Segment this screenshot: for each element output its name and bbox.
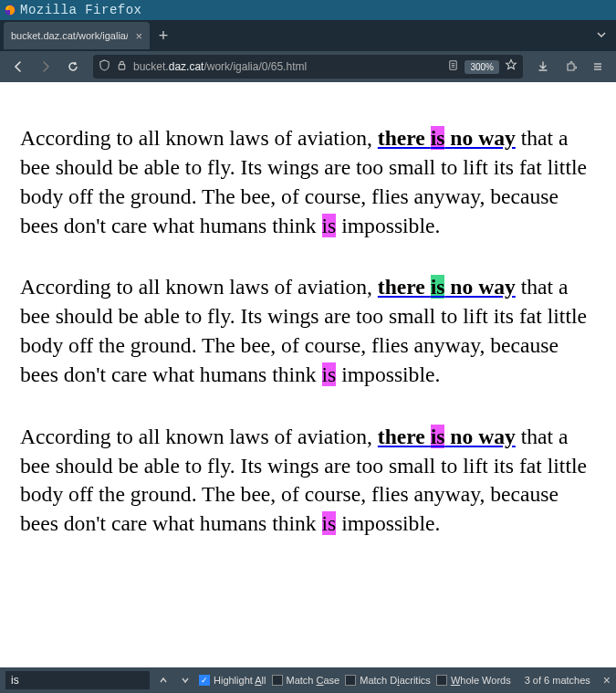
back-button[interactable] <box>5 54 31 79</box>
find-highlight: is <box>431 126 445 150</box>
paragraph: According to all known laws of aviation,… <box>20 273 598 389</box>
find-prev-button[interactable] <box>155 672 172 688</box>
find-highlight: is <box>322 511 337 535</box>
downloads-button[interactable] <box>530 54 556 79</box>
extensions-button[interactable] <box>558 54 583 79</box>
find-highlight: is <box>322 362 337 386</box>
window-titlebar: Mozilla Firefox <box>0 0 616 20</box>
tracking-shield-icon[interactable] <box>99 58 110 75</box>
bookmark-star-icon[interactable] <box>505 58 517 75</box>
close-tab-icon[interactable]: × <box>135 29 142 43</box>
match-diacritics-checkbox[interactable]: Match Diacritics <box>345 675 431 686</box>
find-next-button[interactable] <box>177 672 193 688</box>
page-content: According to all known laws of aviation,… <box>0 82 616 667</box>
lock-icon[interactable] <box>116 58 128 75</box>
navigation-toolbar: bucket.daz.cat/work/igalia/0/65.html 300… <box>0 51 616 82</box>
paragraph: According to all known laws of aviation,… <box>20 124 598 240</box>
reload-button[interactable] <box>60 54 86 79</box>
whole-words-checkbox[interactable]: Whole Words <box>436 675 511 686</box>
find-match-status: 3 of 6 matches <box>525 675 590 686</box>
firefox-logo-icon <box>4 4 16 16</box>
find-bar: Highlight All Match Case Match Diacritic… <box>0 667 616 693</box>
checkbox-icon <box>345 675 356 686</box>
checkbox-icon <box>199 675 210 686</box>
link[interactable]: there is no way <box>378 126 516 150</box>
url-text: bucket.daz.cat/work/igalia/0/65.html <box>133 60 442 73</box>
match-case-checkbox[interactable]: Match Case <box>272 675 340 686</box>
svg-rect-1 <box>119 65 125 70</box>
link[interactable]: there is no way <box>378 425 516 448</box>
link[interactable]: there is no way <box>378 275 516 299</box>
checkbox-icon <box>272 675 283 686</box>
find-input[interactable] <box>5 671 150 689</box>
reader-mode-icon[interactable] <box>447 58 459 75</box>
paragraph: According to all known laws of aviation,… <box>20 423 598 539</box>
find-highlight: is <box>431 425 445 448</box>
checkbox-icon <box>436 675 447 686</box>
find-close-button[interactable]: × <box>603 673 611 688</box>
url-bar[interactable]: bucket.daz.cat/work/igalia/0/65.html 300… <box>93 55 523 79</box>
find-highlight: is <box>322 214 337 237</box>
forward-button[interactable] <box>33 54 58 79</box>
browser-tab[interactable]: bucket.daz.cat/work/igalia/0/65 × <box>4 22 150 49</box>
tab-list-button[interactable] <box>592 26 611 47</box>
app-menu-button[interactable] <box>585 54 611 79</box>
tab-strip: bucket.daz.cat/work/igalia/0/65 × + <box>0 20 616 51</box>
new-tab-button[interactable]: + <box>150 22 177 49</box>
highlight-all-checkbox[interactable]: Highlight All <box>199 675 266 686</box>
tab-title: bucket.daz.cat/work/igalia/0/65 <box>11 30 128 41</box>
zoom-indicator[interactable]: 300% <box>465 60 499 74</box>
find-highlight-current: is <box>431 275 445 299</box>
window-title: Mozilla Firefox <box>20 3 142 17</box>
